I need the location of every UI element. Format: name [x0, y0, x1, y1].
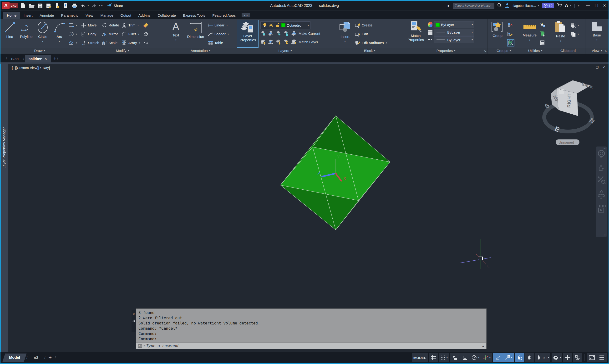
trim-button[interactable]: Trim▾	[121, 21, 140, 29]
search-input[interactable]	[453, 3, 494, 9]
layer-unisolate-icon[interactable]	[268, 39, 273, 45]
rectangle-icon[interactable]	[68, 23, 74, 28]
array-dropdown[interactable]: ▾	[139, 42, 140, 44]
panel-label-draw[interactable]: Draw▾	[0, 48, 79, 54]
block-edit-button[interactable]: Edit	[355, 29, 387, 38]
snap-mode-button[interactable]: ▾	[439, 353, 449, 362]
paste-dropdown[interactable]: ▾	[560, 39, 561, 43]
open-folder-icon[interactable]	[29, 3, 35, 9]
redo-dropdown[interactable]: ▾	[99, 4, 100, 7]
insert-dropdown[interactable]: ▾	[345, 39, 346, 44]
qat-customize-dropdown[interactable]: ▾	[101, 4, 103, 7]
panel-label-annotation[interactable]: Annotation▾	[166, 48, 235, 54]
apps-dropdown[interactable]: ▾	[570, 4, 571, 7]
navbar-close-icon[interactable]: ⊗	[604, 147, 606, 150]
stretch-button[interactable]: Stretch	[81, 38, 99, 47]
plot-icon[interactable]	[71, 3, 78, 9]
command-input[interactable]: >_ ▾ Type a command ▲	[136, 343, 487, 349]
layer-dropdown-caret[interactable]: ▾	[308, 24, 309, 26]
autocad-logo[interactable]: A CAD	[2, 2, 18, 9]
close-button[interactable]: ✕	[603, 3, 606, 8]
mirror-button[interactable]: Mirror	[102, 29, 119, 38]
linetype-dropdown[interactable]: ByLayer ▾	[434, 37, 474, 43]
crosshair-toggle-button[interactable]	[563, 353, 572, 362]
isometric-dropdown[interactable]: ▾	[489, 356, 491, 359]
command-window[interactable]: ✕ 3 found 2 were filtered out Solid crea…	[136, 309, 487, 349]
rectangle-dropdown[interactable]: ▾	[76, 24, 77, 26]
minimize-button[interactable]: —	[586, 3, 590, 8]
navbar-minimize-icon[interactable]: ⊖	[604, 234, 606, 236]
paste-button[interactable]: Paste ▾	[553, 20, 569, 48]
zoom-icon[interactable]: ▾	[597, 176, 606, 186]
match-properties-button[interactable]: Match Properties	[406, 20, 425, 48]
panel-label-block[interactable]: Block▾	[335, 48, 404, 54]
arc-button[interactable]: Arc ▾	[52, 20, 66, 48]
text-button[interactable]: A Text ▾	[168, 20, 184, 48]
view-dialog-launcher[interactable]: ⇘	[605, 49, 607, 53]
save-to-web-icon[interactable]	[63, 3, 69, 9]
command-expand-icon[interactable]: ▲	[482, 344, 484, 347]
file-tab-close-icon[interactable]: ✕	[44, 57, 47, 61]
new-layout-button[interactable]: +	[48, 354, 52, 361]
new-drawing-tab-button[interactable]: +	[53, 56, 56, 62]
annotation-visibility-button[interactable]	[515, 353, 524, 362]
linear-dropdown[interactable]: ▾	[227, 24, 228, 26]
tab-manage[interactable]: Manage	[97, 12, 117, 19]
properties-dialog-launcher[interactable]: ⇘	[484, 49, 486, 53]
tab-collaborate[interactable]: Collaborate	[154, 12, 179, 19]
object-snap-tracking-button[interactable]	[493, 353, 503, 362]
panel-label-groups[interactable]: Groups▾	[488, 48, 520, 54]
hatch-dropdown[interactable]: ▾	[76, 42, 77, 44]
leader-button[interactable]: Leader▾	[207, 29, 229, 38]
drawing-area[interactable]: Layer Properties Manager [−][Custom View…	[0, 64, 609, 352]
explode-icon[interactable]	[143, 31, 148, 37]
customization-menu-button[interactable]	[597, 353, 607, 362]
annotation-scale-dropdown[interactable]: ▾	[548, 356, 549, 359]
command-close-icon[interactable]: ✕	[132, 312, 135, 316]
group-selection-icon[interactable]	[507, 39, 514, 46]
redo-button[interactable]	[91, 3, 97, 9]
select-all-icon[interactable]	[539, 31, 545, 37]
save-icon[interactable]	[37, 3, 43, 9]
cut-icon[interactable]	[570, 23, 576, 28]
layer-isolate-icon[interactable]	[268, 31, 273, 36]
user-dropdown[interactable]: ▾	[538, 4, 539, 7]
measure-dropdown[interactable]: ▾	[529, 38, 530, 42]
edit-attributes-dropdown[interactable]: ▾	[386, 42, 387, 44]
tab-featured-apps[interactable]: Featured Apps	[209, 12, 239, 19]
layer-on-button-icon[interactable]	[260, 39, 266, 45]
viewcube[interactable]: S E N BACK RIGHT TOP Unnamed▾	[537, 71, 599, 142]
workspace-switching-button[interactable]: ▾	[552, 353, 562, 362]
rotate-button[interactable]: Rotate	[102, 21, 119, 29]
osnap-dropdown[interactable]: ▾	[511, 356, 513, 359]
search-icon[interactable]	[497, 3, 502, 9]
polyline-button[interactable]: Polyline	[19, 20, 33, 48]
workspace-dropdown[interactable]: ▾	[560, 356, 561, 359]
lineweight-dropdown[interactable]: ByLayer ▾	[434, 29, 474, 36]
copy-button[interactable]: Copy	[81, 29, 99, 38]
hatch-icon[interactable]	[68, 40, 74, 46]
open-from-web-icon[interactable]	[54, 3, 61, 9]
edit-attributes-button[interactable]: Edit Attributes▾	[355, 38, 387, 47]
autoscale-button[interactable]	[525, 353, 534, 362]
username[interactable]: tiagobonifacio...	[513, 4, 536, 8]
layer-thaw-button-icon[interactable]	[276, 39, 281, 45]
ellipse-icon[interactable]	[68, 31, 74, 37]
panel-label-modify[interactable]: Modify▾	[79, 48, 166, 54]
file-tab-solidos[interactable]: solidos* ✕	[25, 55, 51, 62]
copy-clip-icon[interactable]	[570, 31, 576, 37]
tab-parametric[interactable]: Parametric	[58, 12, 82, 19]
group-button[interactable]: Group	[490, 20, 505, 48]
linear-button[interactable]: Linear▾	[207, 21, 229, 29]
base-dropdown[interactable]: ▾	[596, 38, 597, 42]
tab-insert[interactable]: Insert	[20, 12, 36, 19]
tab-view[interactable]: View	[82, 12, 97, 19]
user-avatar-icon[interactable]	[505, 3, 510, 9]
array-button[interactable]: Array▾	[121, 38, 140, 47]
circle-dropdown[interactable]: ▾	[42, 39, 43, 44]
showmotion-icon[interactable]	[596, 205, 606, 215]
annotation-scale-button[interactable]: 1:1▾	[535, 353, 550, 362]
dynamic-input-button[interactable]	[450, 353, 460, 362]
file-tab-start[interactable]: Start	[7, 55, 23, 62]
fillet-button[interactable]: Fillet▾	[121, 29, 140, 38]
